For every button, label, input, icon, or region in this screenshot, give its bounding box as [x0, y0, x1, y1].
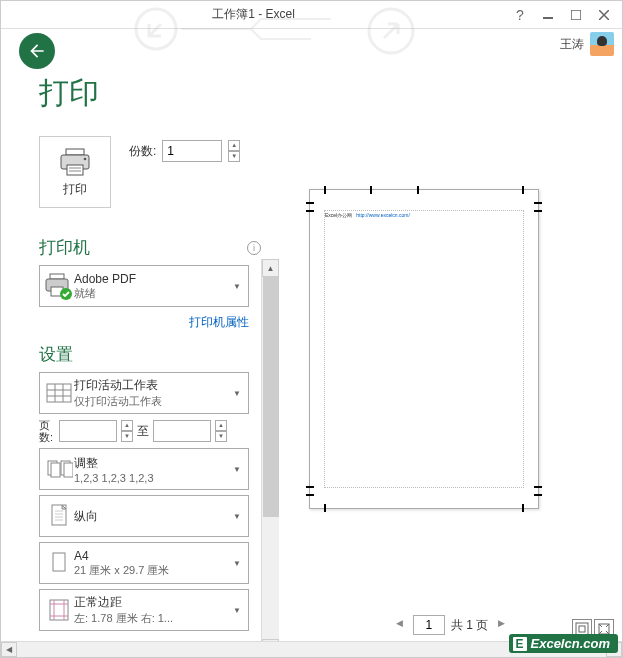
chevron-down-icon: ▼ — [230, 606, 244, 615]
page-number-input[interactable] — [413, 615, 445, 635]
scrollbar-thumb[interactable] — [263, 277, 279, 517]
collation-dropdown[interactable]: 调整 1,2,3 1,2,3 1,2,3 ▼ — [39, 448, 249, 490]
pages-label: 页数: — [39, 419, 55, 443]
svg-rect-2 — [543, 17, 553, 19]
copies-input[interactable] — [162, 140, 222, 162]
chevron-down-icon: ▼ — [230, 465, 244, 474]
user-bar: 王涛 — [1, 29, 622, 59]
margin-marker[interactable] — [324, 186, 326, 194]
printer-icon — [58, 147, 92, 177]
svg-rect-22 — [64, 463, 73, 477]
pages-from-input[interactable] — [59, 420, 117, 442]
svg-rect-7 — [67, 165, 83, 175]
orientation-dropdown[interactable]: 纵向 ▼ — [39, 495, 249, 537]
back-button[interactable] — [19, 33, 55, 69]
svg-rect-35 — [579, 626, 585, 632]
margin-marker[interactable] — [522, 186, 524, 194]
margin-marker[interactable] — [324, 504, 326, 512]
chevron-down-icon: ▼ — [230, 512, 244, 521]
printer-section-title: 打印机 i — [39, 236, 279, 259]
chevron-down-icon: ▼ — [230, 282, 244, 291]
settings-scrollbar[interactable]: ▲ ▼ — [261, 259, 279, 657]
svg-rect-29 — [50, 600, 68, 620]
minimize-button[interactable] — [534, 4, 562, 26]
titlebar: 工作簿1 - Excel ? — [1, 1, 622, 29]
margin-outline — [324, 210, 524, 488]
copies-spinner[interactable]: ▲ ▼ — [228, 140, 240, 162]
window-title: 工作簿1 - Excel — [1, 6, 506, 23]
margin-marker[interactable] — [534, 210, 542, 212]
print-button[interactable]: 打印 — [39, 136, 111, 208]
margin-marker[interactable] — [370, 186, 372, 194]
pages-to-spinner[interactable]: ▲▼ — [215, 420, 227, 442]
margins-dropdown[interactable]: 正常边距 左: 1.78 厘米 右: 1... ▼ — [39, 589, 249, 631]
collation-icon — [44, 453, 74, 485]
user-name[interactable]: 王涛 — [560, 36, 584, 53]
margin-marker[interactable] — [534, 494, 542, 496]
margins-icon — [44, 594, 74, 626]
paper-icon — [44, 547, 74, 579]
printer-properties-link[interactable]: 打印机属性 — [189, 315, 249, 329]
worksheet-icon — [44, 377, 74, 409]
printer-dropdown[interactable]: Adobe PDF 就绪 ▼ — [39, 265, 249, 307]
settings-section-title: 设置 — [39, 343, 279, 366]
preview-content: Excel办公网http://www.excelcn.com/ — [325, 212, 410, 218]
pages-to-label: 至 — [137, 423, 149, 440]
watermark-logo-icon: E — [511, 635, 529, 653]
pages-to-input[interactable] — [153, 420, 211, 442]
printer-device-icon — [44, 270, 74, 302]
margin-marker[interactable] — [306, 494, 314, 496]
prev-page-button[interactable]: ◀ — [393, 618, 407, 632]
pages-from-spinner[interactable]: ▲▼ — [121, 420, 133, 442]
printer-status: 就绪 — [74, 286, 230, 301]
svg-rect-20 — [51, 463, 60, 477]
svg-rect-14 — [47, 384, 71, 402]
watermark: E Excelcn.com — [509, 634, 619, 653]
margin-marker[interactable] — [306, 486, 314, 488]
printer-name: Adobe PDF — [74, 272, 230, 286]
print-button-label: 打印 — [63, 181, 87, 198]
restore-button[interactable] — [562, 4, 590, 26]
paper-dropdown[interactable]: A4 21 厘米 x 29.7 厘米 ▼ — [39, 542, 249, 584]
print-preview: Excel办公网http://www.excelcn.com/ — [309, 189, 539, 509]
user-avatar-icon[interactable] — [590, 32, 614, 56]
pager: ◀ 共 1 页 ▶ — [279, 615, 622, 635]
scroll-left-icon[interactable]: ◀ — [1, 642, 17, 657]
next-page-button[interactable]: ▶ — [494, 618, 508, 632]
margin-marker[interactable] — [417, 186, 419, 194]
scroll-up-icon[interactable]: ▲ — [262, 259, 279, 277]
spinner-down-icon[interactable]: ▼ — [228, 151, 240, 162]
preview-panel: Excel办公网http://www.excelcn.com/ ◀ 共 1 页 … — [279, 59, 622, 657]
margin-marker[interactable] — [306, 202, 314, 204]
copies-label: 份数: — [129, 143, 156, 160]
spinner-up-icon[interactable]: ▲ — [228, 140, 240, 151]
print-scope-dropdown[interactable]: 打印活动工作表 仅打印活动工作表 ▼ — [39, 372, 249, 414]
close-button[interactable] — [590, 4, 618, 26]
portrait-icon — [44, 500, 74, 532]
pages-row: 页数: ▲▼ 至 ▲▼ — [39, 419, 249, 443]
svg-rect-10 — [50, 274, 64, 279]
margin-marker[interactable] — [534, 486, 542, 488]
chevron-down-icon: ▼ — [230, 389, 244, 398]
svg-rect-3 — [571, 10, 581, 20]
help-button[interactable]: ? — [506, 4, 534, 26]
page-title: 打印 — [39, 73, 279, 114]
margin-marker[interactable] — [534, 202, 542, 204]
svg-point-6 — [84, 157, 87, 160]
margin-marker[interactable] — [522, 504, 524, 512]
svg-rect-4 — [66, 149, 84, 155]
chevron-down-icon: ▼ — [230, 559, 244, 568]
info-icon[interactable]: i — [247, 241, 261, 255]
margin-marker[interactable] — [306, 210, 314, 212]
page-total-label: 共 1 页 — [451, 617, 488, 634]
left-panel: 打印 打印 份数: ▲ — [1, 59, 279, 657]
svg-rect-28 — [53, 553, 65, 571]
